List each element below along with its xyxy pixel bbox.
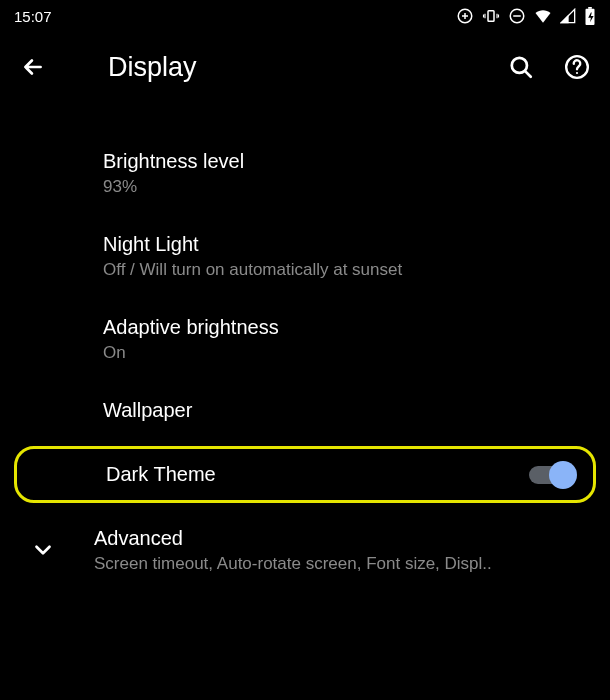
page-title: Display <box>76 52 478 83</box>
svg-rect-4 <box>588 7 592 9</box>
setting-brightness-level[interactable]: Brightness level 93% <box>0 132 610 215</box>
setting-title: Advanced <box>94 527 492 550</box>
setting-wallpaper[interactable]: Wallpaper <box>0 381 610 440</box>
settings-list: Brightness level 93% Night Light Off / W… <box>0 102 610 592</box>
svg-point-7 <box>576 72 578 74</box>
setting-title: Dark Theme <box>106 463 216 486</box>
setting-title: Adaptive brightness <box>103 316 590 339</box>
setting-title: Night Light <box>103 233 590 256</box>
dark-theme-toggle[interactable] <box>529 466 573 484</box>
help-button[interactable] <box>564 54 590 80</box>
search-button[interactable] <box>508 54 534 80</box>
chevron-down-icon <box>30 527 56 567</box>
status-bar: 15:07 <box>0 0 610 32</box>
svg-rect-1 <box>488 11 494 22</box>
setting-dark-theme[interactable]: Dark Theme <box>14 446 596 503</box>
signal-icon <box>560 8 576 24</box>
setting-subtitle: On <box>103 343 590 363</box>
setting-advanced[interactable]: Advanced Screen timeout, Auto-rotate scr… <box>0 509 610 592</box>
battery-charging-icon <box>584 7 596 25</box>
do-not-disturb-icon <box>508 7 526 25</box>
setting-night-light[interactable]: Night Light Off / Will turn on automatic… <box>0 215 610 298</box>
app-bar: Display <box>0 32 610 102</box>
status-icons <box>456 7 596 25</box>
setting-adaptive-brightness[interactable]: Adaptive brightness On <box>0 298 610 381</box>
setting-title: Wallpaper <box>103 399 590 422</box>
setting-title: Brightness level <box>103 150 590 173</box>
vibrate-icon <box>482 7 500 25</box>
status-time: 15:07 <box>14 8 52 25</box>
setting-subtitle: Off / Will turn on automatically at suns… <box>103 260 590 280</box>
setting-subtitle: Screen timeout, Auto-rotate screen, Font… <box>94 554 492 574</box>
data-saver-icon <box>456 7 474 25</box>
setting-subtitle: 93% <box>103 177 590 197</box>
wifi-icon <box>534 7 552 25</box>
back-button[interactable] <box>20 54 46 80</box>
